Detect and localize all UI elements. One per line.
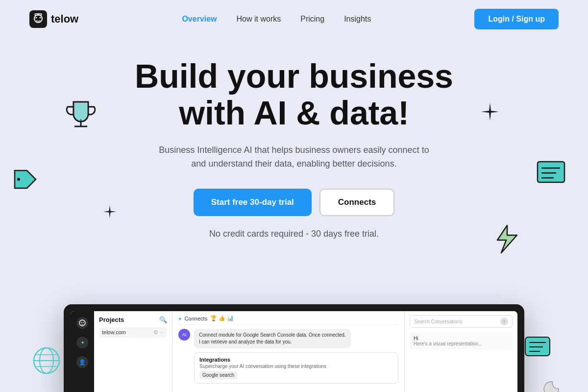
svg-rect-8: [538, 162, 564, 182]
bolt-decoration: [492, 224, 519, 256]
arrow-decoration: [537, 161, 568, 190]
integrations-card: Integrations Supercharge your AI convers…: [194, 352, 398, 384]
no-card-text: No credit cards required - 30 days free …: [157, 227, 431, 241]
nav-overview[interactable]: Overview: [182, 15, 217, 23]
chat-bubble: Connect module for Google Search Console…: [194, 329, 351, 348]
start-trial-button[interactable]: Start free 30-day trial: [194, 189, 312, 216]
logo-icon: [29, 10, 47, 28]
right-panel: Search Conversations + Hi Here's a visua…: [405, 311, 517, 392]
svg-point-2: [36, 17, 37, 19]
sidebar-bot-icon: [76, 317, 88, 329]
moon-decoration: [541, 378, 564, 392]
chat-right-decoration: [524, 336, 554, 363]
connects-button[interactable]: Connects: [319, 189, 394, 216]
svg-point-7: [17, 178, 20, 181]
hero-headline-line2: with AI & data!: [179, 94, 409, 131]
nav-how-it-works[interactable]: How it works: [237, 15, 281, 23]
svg-rect-0: [29, 10, 47, 28]
right-message: Hi Here's a visual representation...: [410, 332, 513, 350]
hero-headline: Build your business with AI & data!: [10, 58, 578, 131]
chat-header: ● Connects 🏆 👍 📊: [178, 315, 398, 325]
projects-panel: Projects 🔍 telow.com ⚙ ···: [94, 311, 172, 392]
device-frame: ✦ 👤 Projects 🔍 telow.com ⚙ ··· ● Connect…: [64, 304, 524, 392]
hero-subtext: Business Intelligence AI that helps busi…: [157, 143, 431, 172]
cta-buttons: Start free 30-day trial Connects: [10, 189, 578, 216]
sidebar-grid-icon: ✦: [76, 337, 88, 348]
project-item[interactable]: telow.com ⚙ ···: [99, 327, 167, 338]
globe-decoration: [32, 346, 61, 377]
chat-avatar: AI: [178, 329, 190, 341]
hero-headline-line1: Build your business: [135, 57, 453, 95]
nav-links: Overview How it works Pricing Insights: [182, 15, 371, 24]
svg-point-22: [81, 322, 82, 323]
nav-insights[interactable]: Insights: [344, 15, 371, 23]
svg-point-3: [40, 17, 41, 19]
app-preview: ✦ 👤 Projects 🔍 telow.com ⚙ ··· ● Connect…: [64, 304, 524, 392]
app-sidebar: ✦ 👤: [71, 311, 94, 392]
projects-title: Projects 🔍: [99, 316, 167, 323]
logo-text: telow: [51, 13, 78, 25]
nav-pricing[interactable]: Pricing: [300, 15, 324, 23]
chat-message: AI Connect module for Google Search Cons…: [178, 329, 398, 348]
navbar: telow Overview How it works Pricing Insi…: [0, 0, 588, 38]
sidebar-user-icon: 👤: [76, 356, 88, 368]
svg-point-23: [83, 322, 84, 323]
device-screen: ✦ 👤 Projects 🔍 telow.com ⚙ ··· ● Connect…: [71, 311, 517, 392]
hero-section: Build your business with AI & data! Busi…: [0, 38, 588, 273]
chat-panel: ● Connects 🏆 👍 📊 AI Connect module for G…: [172, 311, 405, 392]
login-button[interactable]: Login / Sign up: [474, 9, 559, 29]
logo[interactable]: telow: [29, 10, 78, 28]
search-conversations[interactable]: Search Conversations +: [410, 315, 513, 328]
